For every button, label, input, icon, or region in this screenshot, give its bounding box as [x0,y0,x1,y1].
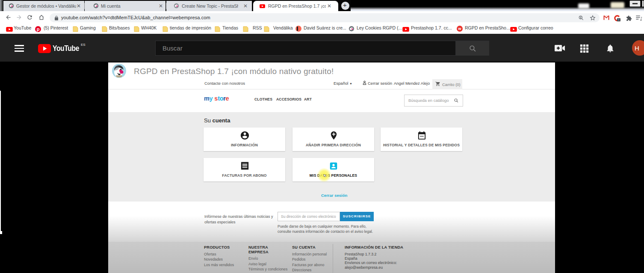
svg-text:5: 5 [618,18,620,21]
